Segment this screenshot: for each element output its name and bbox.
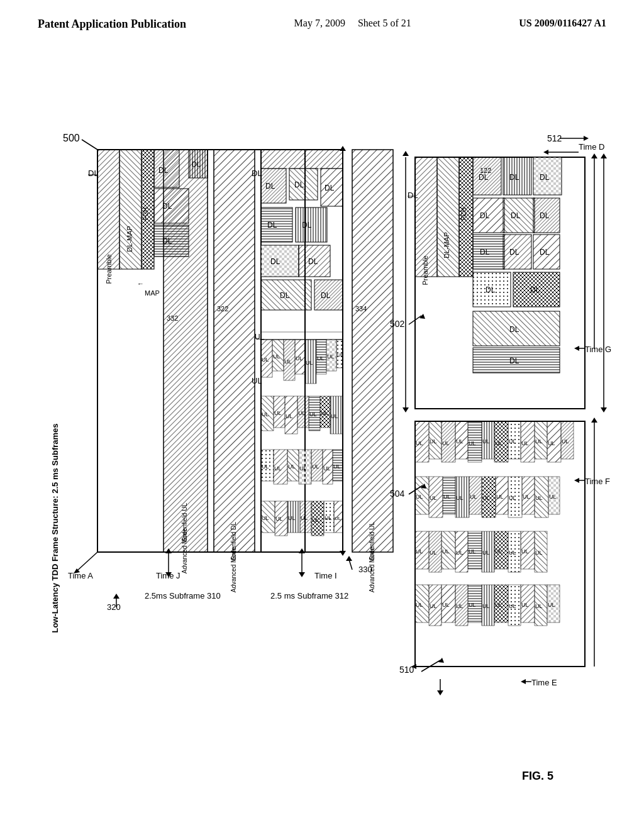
svg-text:DL: DL [540,173,550,182]
svg-marker-119 [543,150,548,155]
fch-right: FCH [460,208,467,221]
svg-text:UL: UL [548,440,555,446]
publication-date: May 7, 2009 [294,18,345,28]
svg-text:UL: UL [509,550,516,556]
svg-text:UL: UL [288,515,296,521]
svg-line-11 [82,140,97,150]
svg-rect-28 [214,150,255,552]
svg-text:UL: UL [274,410,282,416]
svg-text:DL: DL [509,325,519,334]
svg-text:UL: UL [416,494,423,500]
svg-marker-255 [340,551,346,556]
time-i-label: Time I [314,571,337,580]
svg-text:UL: UL [521,440,529,446]
svg-text:DL: DL [509,357,519,365]
svg-text:UL: UL [416,602,423,608]
svg-text:UL: UL [482,603,490,609]
svg-text:UL: UL [535,550,543,556]
svg-text:DL: DL [325,184,335,192]
svg-text:UL: UL [495,440,502,446]
svg-text:DL: DL [511,211,521,220]
publication-title: Patent Application Publication [38,18,186,31]
svg-text:UL: UL [430,550,437,556]
ref-510: 510 [399,665,414,675]
dlmap-right: DL-MAP [443,232,450,258]
svg-text:UL: UL [430,603,437,609]
ref-334: 334 [355,305,367,313]
ul-s1: UL [262,357,269,363]
svg-text:UL: UL [416,548,423,555]
svg-text:DL: DL [265,182,275,191]
svg-marker-252 [402,407,409,412]
ref-504: 504 [390,489,405,499]
page-header: Patent Application Publication May 7, 20… [0,0,644,31]
svg-text:UL: UL [548,602,555,608]
time-a-label: Time A [68,571,93,580]
svg-text:UL: UL [482,495,490,501]
svg-marker-251 [402,151,409,156]
svg-rect-115 [164,150,208,552]
preamble-text-310: Preamble [105,254,113,284]
svg-text:UL: UL [325,515,332,521]
svg-text:DL: DL [280,291,290,300]
figure-5-diagram: 500 Low-Latency TDD Frame Structure: 2.5… [0,57,644,830]
greenfield-ul-332: Greenfield UL [181,503,188,542]
svg-line-33 [349,560,352,570]
svg-rect-95 [261,150,343,169]
svg-text:UL: UL [442,602,450,608]
dl-label-right: DL [408,191,418,200]
ref-122: 122 [480,167,491,174]
dl-label-312: DL [252,169,262,178]
svg-text:DL: DL [267,221,277,230]
svg-text:UL: UL [416,440,423,446]
ref-320: 320 [107,602,121,612]
svg-text:DL: DL [486,285,496,294]
svg-marker-258 [601,407,607,412]
adv-greenfield-dl-322b: Greenfield DL [230,522,237,561]
time-e-label: Time E [531,678,557,687]
svg-text:UL: UL [456,438,464,445]
svg-text:UL: UL [495,602,502,608]
svg-text:UL: UL [535,495,543,501]
svg-marker-31 [299,548,305,553]
svg-text:UL: UL [430,438,437,445]
time-f-label: Time F [585,477,610,486]
fch-text-310: FCH [142,208,149,221]
subframe-312-label: 2.5 ms Subframe 312 [270,591,348,600]
svg-text:DL: DL [302,221,312,230]
svg-text:DL: DL [308,257,318,266]
ul-left-312: UL [255,333,265,341]
map-text: MAP [145,289,160,297]
svg-text:UL: UL [456,603,464,609]
svg-marker-260 [591,153,597,158]
svg-text:DL: DL [479,173,489,182]
svg-text:UL: UL [317,355,325,362]
sheet-info: Sheet 5 of 21 [358,18,411,28]
svg-rect-21 [97,150,119,269]
svg-marker-32 [299,572,305,577]
svg-marker-257 [601,153,607,158]
svg-marker-266 [437,690,443,695]
ref-502: 502 [390,319,405,329]
svg-text:UL: UL [521,602,529,608]
svg-text:UL: UL [470,494,477,500]
svg-marker-121 [574,346,579,351]
svg-text:DL: DL [540,248,550,257]
svg-text:UL: UL [496,494,504,500]
subframe-310-label: 2.5ms Subframe 310 [145,591,221,600]
svg-text:UL: UL [275,516,283,522]
svg-text:UL: UL [296,355,303,362]
adv-greenfield-ul-334b: Greenfield UL [369,522,375,561]
svg-text:UL: UL [469,602,476,608]
svg-text:DL: DL [480,211,490,220]
svg-text:UL: UL [323,465,331,472]
svg-text:UL: UL [469,548,476,555]
svg-text:DL: DL [321,291,331,300]
svg-text:UL: UL [321,410,328,416]
dl-label-310: DL [88,169,99,178]
time-g-label: Time G [585,345,611,354]
ref-332: 332 [167,314,178,322]
preamble-right: Preamble [421,255,429,285]
svg-marker-254 [340,146,346,151]
svg-text:UL: UL [299,465,307,472]
